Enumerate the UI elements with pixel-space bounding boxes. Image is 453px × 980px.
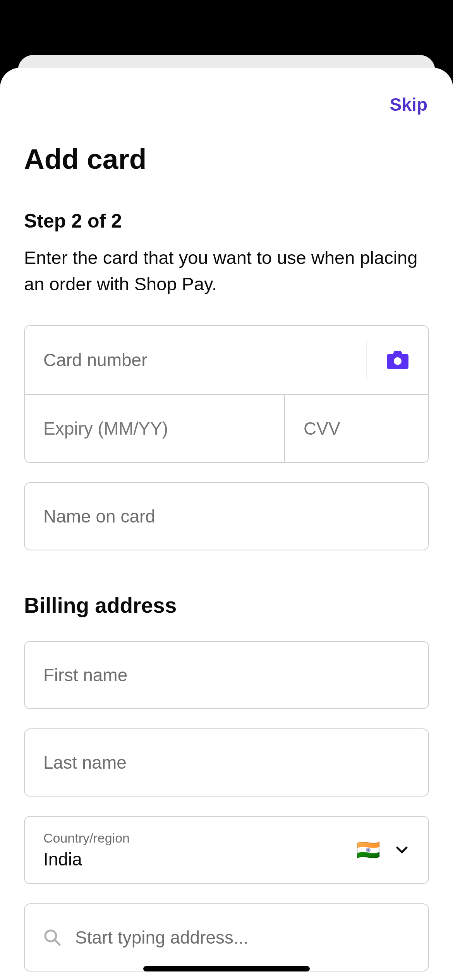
screen: Skip Add card Step 2 of 2 Enter the card… — [0, 0, 453, 980]
country-select[interactable]: Country/region India 🇮🇳 — [24, 816, 429, 884]
cvv-wrap — [285, 395, 429, 462]
step-label: Step 2 of 2 — [24, 210, 429, 232]
country-select-labels: Country/region India — [43, 831, 356, 870]
search-icon — [43, 929, 61, 946]
address-field — [24, 903, 429, 971]
last-name-input[interactable] — [25, 729, 428, 796]
top-bar: Skip — [24, 91, 429, 118]
svg-line-4 — [55, 940, 60, 945]
first-name-input[interactable] — [25, 642, 428, 708]
step-description: Enter the card that you want to use when… — [24, 245, 429, 297]
country-value: India — [43, 849, 356, 870]
billing-section-title: Billing address — [24, 593, 429, 618]
country-label: Country/region — [43, 831, 356, 846]
card-number-input[interactable] — [25, 326, 366, 394]
skip-button[interactable]: Skip — [388, 91, 429, 118]
card-number-row — [25, 326, 428, 394]
home-indicator[interactable] — [143, 966, 310, 971]
cvv-input[interactable] — [285, 395, 429, 462]
modal-sheet: Skip Add card Step 2 of 2 Enter the card… — [0, 68, 453, 980]
expiry-cvv-row — [25, 394, 428, 462]
first-name-field — [24, 641, 429, 709]
address-input[interactable] — [75, 904, 410, 971]
camera-icon — [387, 351, 408, 369]
page-title: Add card — [24, 143, 429, 175]
expiry-input[interactable] — [25, 395, 285, 462]
card-input-group — [24, 325, 429, 463]
name-on-card-field — [24, 482, 429, 550]
country-flag-icon: 🇮🇳 — [356, 839, 380, 861]
name-on-card-input[interactable] — [25, 483, 428, 550]
chevron-down-icon — [394, 842, 410, 858]
last-name-field — [24, 728, 429, 797]
svg-point-0 — [394, 357, 402, 365]
scan-card-button[interactable] — [366, 341, 428, 379]
